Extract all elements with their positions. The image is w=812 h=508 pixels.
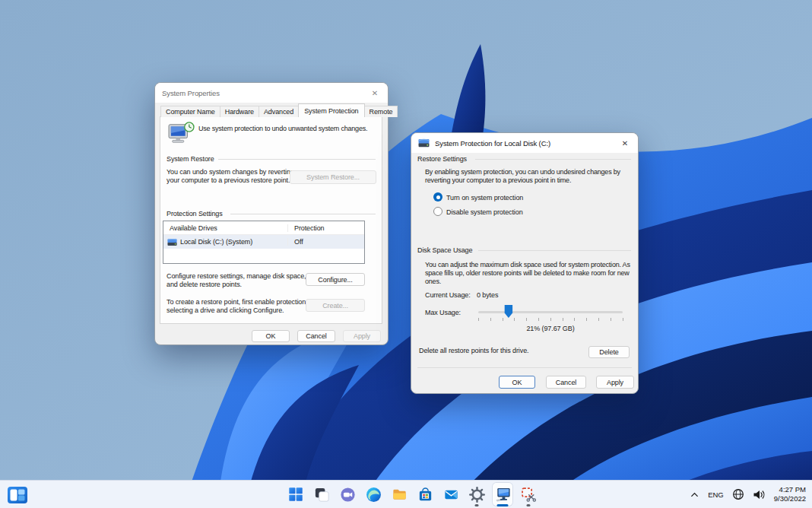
running-indicator (527, 504, 531, 506)
radio-disable-label: Disable system protection (446, 208, 523, 217)
intro-text: Use system protection to undo unwanted s… (198, 125, 379, 133)
radio-disable-system-protection[interactable] (433, 207, 442, 216)
microsoft-store-icon (417, 486, 434, 503)
cancel-button[interactable]: Cancel (546, 376, 586, 389)
tab-strip: Computer Name Hardware Advanced System P… (160, 105, 397, 117)
chat-icon (339, 486, 357, 503)
restore-settings-desc: By enabling system protection, you can u… (425, 168, 629, 185)
column-available-drives: Available Drives (163, 224, 287, 232)
configure-button[interactable]: Configure... (306, 273, 365, 286)
widgets-icon (8, 487, 27, 503)
system-restore-desc: You can undo system changes by reverting… (167, 168, 305, 185)
delete-button[interactable]: Delete (588, 346, 630, 358)
mail-icon (442, 486, 460, 503)
system-monitor-icon (494, 486, 512, 503)
taskbar-snipping-tool-button[interactable] (519, 483, 538, 506)
max-usage-value: 21% (97.67 GB) (478, 325, 623, 333)
system-properties-titlebar[interactable]: System Properties (155, 83, 388, 103)
ok-button[interactable]: OK (499, 376, 535, 389)
available-drives-list: Available Drives Protection Local Disk (… (163, 221, 365, 264)
apply-button[interactable]: Apply (343, 330, 381, 342)
drive-name: Local Disk (C:) (System) (180, 238, 252, 246)
drive-icon (418, 138, 430, 148)
disk-space-group-label: Disk Space Usage (417, 246, 472, 254)
radio-turn-on-system-protection[interactable] (433, 192, 442, 202)
group-divider (478, 250, 631, 251)
volume-icon[interactable] (753, 489, 766, 500)
system-restore-group-label: System Restore (167, 155, 214, 163)
column-protection: Protection (287, 224, 364, 232)
group-divider (230, 214, 376, 214)
system-protection-tab-page: Use system protection to undo unwanted s… (160, 116, 382, 324)
edge-icon (365, 486, 382, 503)
restore-settings-group-label: Restore Settings (417, 155, 467, 163)
chevron-up-icon[interactable] (690, 490, 699, 500)
close-icon[interactable]: ✕ (620, 138, 630, 148)
radio-turn-on-label: Turn on system protection (446, 194, 523, 202)
desktop: System Properties ✕ Computer Name Hardwa… (0, 0, 812, 508)
taskbar: ENG 4:27 PM 9/30/2022 (0, 480, 812, 508)
footer-divider (417, 367, 632, 368)
tab-computer-name[interactable]: Computer Name (160, 106, 220, 117)
delete-desc: Delete all restore points for this drive… (419, 347, 528, 355)
max-usage-slider[interactable] (478, 311, 623, 313)
clock-time: 4:27 PM (774, 485, 806, 494)
drive-row-local-disk-c[interactable]: Local Disk (C:) (System) Off (163, 235, 364, 249)
system-restore-button[interactable]: System Restore... (290, 170, 376, 184)
language-indicator[interactable]: ENG (708, 491, 724, 499)
taskbar-store-button[interactable] (415, 483, 435, 506)
network-globe-icon[interactable] (732, 488, 744, 500)
protection-dialog-title: System Protection for Local Disk (C:) (435, 139, 550, 148)
taskbar-file-explorer-button[interactable] (389, 483, 409, 506)
taskbar-system-properties-button[interactable] (493, 483, 512, 506)
taskbar-settings-button[interactable] (467, 483, 487, 506)
tab-hardware[interactable]: Hardware (220, 106, 259, 117)
apply-button[interactable]: Apply (596, 376, 634, 389)
taskbar-chat-button[interactable] (338, 483, 357, 506)
tab-system-protection[interactable]: System Protection (298, 103, 364, 117)
clock-date: 9/30/2022 (774, 494, 806, 503)
taskbar-edge-button[interactable] (363, 483, 383, 506)
group-divider (475, 159, 631, 160)
current-usage-label: Current Usage: (425, 291, 471, 300)
configure-desc: Configure restore settings, manage disk … (167, 272, 311, 289)
close-icon[interactable]: ✕ (370, 88, 379, 97)
drive-protection-status: Off (287, 238, 364, 246)
ok-button[interactable]: OK (252, 330, 290, 342)
wallpaper-bloom (0, 0, 812, 508)
tab-remote[interactable]: Remote (364, 106, 398, 117)
max-usage-thumb[interactable] (504, 305, 512, 318)
system-properties-dialog: System Properties ✕ Computer Name Hardwa… (154, 82, 389, 345)
system-properties-title: System Properties (162, 89, 220, 97)
system-protection-icon (167, 121, 195, 145)
system-tray: ENG 4:27 PM 9/30/2022 (690, 481, 806, 508)
active-app-indicator (497, 504, 509, 506)
max-usage-label: Max Usage: (425, 309, 461, 317)
snipping-tool-icon (520, 486, 538, 503)
create-button[interactable]: Create... (306, 299, 365, 312)
drive-icon (167, 238, 177, 246)
taskbar-widgets-button[interactable] (7, 486, 28, 504)
taskbar-center-icons (286, 481, 538, 508)
taskbar-task-view-button[interactable] (312, 483, 331, 506)
group-divider (218, 159, 376, 160)
protection-settings-group-label: Protection Settings (167, 210, 223, 217)
create-desc: To create a restore point, first enable … (167, 298, 316, 315)
disk-space-desc: You can adjust the maximum disk space us… (425, 261, 632, 286)
start-icon (287, 486, 304, 503)
task-view-icon (313, 486, 331, 503)
taskbar-mail-button[interactable] (441, 483, 461, 506)
list-header: Available Drives Protection (163, 221, 364, 235)
protection-dialog-titlebar[interactable]: System Protection for Local Disk (C:) (411, 133, 638, 153)
clock[interactable]: 4:27 PM 9/30/2022 (774, 485, 806, 503)
running-indicator (475, 504, 479, 506)
file-explorer-icon (391, 486, 408, 503)
current-usage-value: 0 bytes (477, 291, 498, 300)
system-protection-dialog: System Protection for Local Disk (C:) ✕ … (411, 132, 639, 394)
tab-advanced[interactable]: Advanced (259, 106, 299, 117)
cancel-button[interactable]: Cancel (297, 330, 335, 342)
slider-ticks (478, 318, 623, 321)
gear-icon (468, 486, 486, 503)
taskbar-start-button[interactable] (286, 483, 306, 506)
